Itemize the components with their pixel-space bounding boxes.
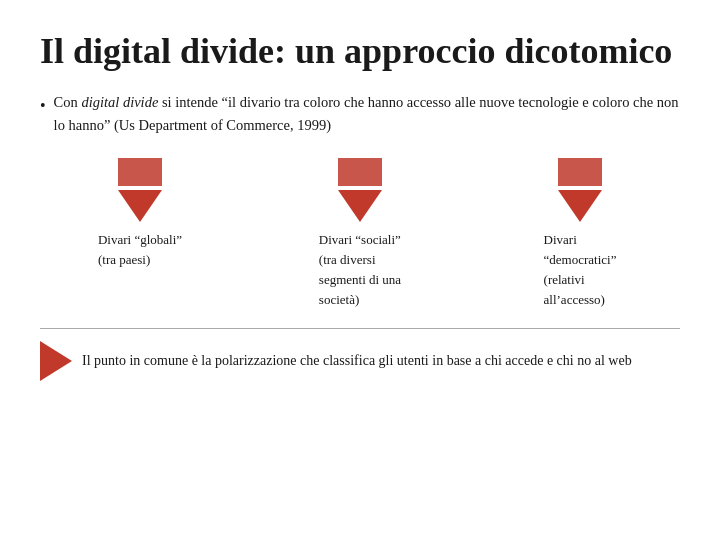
bullet-prefix: Con [54,94,82,110]
arrow-down-2 [338,190,382,222]
bullet-italic: digital divide [81,94,158,110]
divari-democratici: Divari “democratici” (relativi all’acces… [490,158,670,311]
divari-globali: Divari “globali” (tra paesi) [50,158,230,270]
arrow-down-3 [558,190,602,222]
bullet-content: Con digital divide si intende “il divari… [54,91,680,137]
arrow-group-3 [558,158,602,230]
arrow-group-1 [118,158,162,230]
arrow-group-2 [338,158,382,230]
divari-2-line4: segmenti di una [319,272,401,287]
slide-title: Il digital divide: un approccio dicotomi… [40,30,680,73]
divari-2-line5: società) [319,292,359,307]
slide: Il digital divide: un approccio dicotomi… [0,0,720,540]
divari-section: Divari “globali” (tra paesi) Divari “soc… [50,158,670,311]
divari-2-line3: (tra diversi [319,252,376,267]
arrow-square-2 [338,158,382,186]
bottom-text: Il punto in comune è la polarizzazione c… [82,350,632,372]
divari-sociali: Divari “sociali” (tra diversi segmenti d… [270,158,450,311]
divari-3-line2: “democratici” [544,252,617,267]
bullet-dot: • [40,93,46,119]
divari-1-line1: Divari [98,232,131,247]
divari-box-3: Divari “democratici” (relativi all’acces… [539,230,622,311]
divari-1-line2: “globali” [134,232,182,247]
arrow-square-3 [558,158,602,186]
divari-1-line3: (tra paesi) [98,252,150,267]
arrow-square-1 [118,158,162,186]
divari-3-line3: (relativi [544,272,585,287]
arrow-down-1 [118,190,162,222]
bullet-section: • Con digital divide si intende “il diva… [40,91,680,137]
divari-3-line1: Divari [544,232,577,247]
divari-3-line4: all’accesso) [544,292,605,307]
bullet-text: • Con digital divide si intende “il diva… [40,91,680,137]
arrow-right [40,341,72,381]
divari-2-line1: Divari [319,232,352,247]
divari-box-2: Divari “sociali” (tra diversi segmenti d… [314,230,406,311]
divari-2-line2: “sociali” [355,232,400,247]
bottom-section: Il punto in comune è la polarizzazione c… [40,328,680,381]
divari-box-1: Divari “globali” (tra paesi) [93,230,187,270]
